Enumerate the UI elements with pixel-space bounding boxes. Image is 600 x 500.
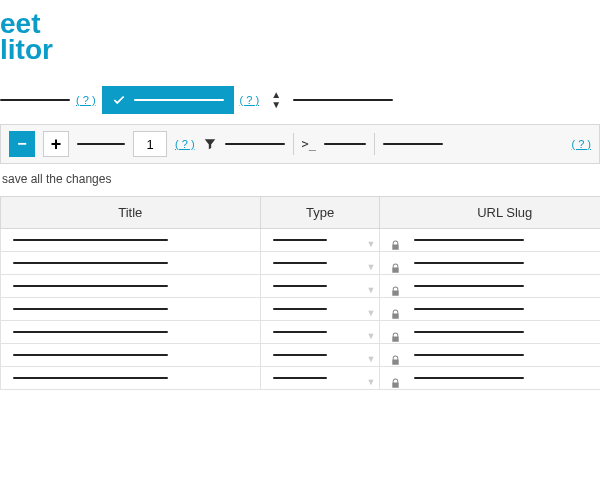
lock-icon [390,378,401,389]
col-header-type[interactable]: Type [260,197,380,229]
type-cell[interactable]: ▼ [260,252,380,275]
toolbar: − + ( ? ) >_ ( ? ) [0,124,600,164]
chevron-down-icon: ▼ [367,354,376,364]
chevron-down-icon: ▼ [367,262,376,272]
slug-cell[interactable] [380,252,600,275]
slug-cell[interactable] [380,275,600,298]
chevron-down-icon: ▼ [367,331,376,341]
table-row[interactable]: ▼ [1,367,601,390]
chevron-down-icon: ▼ [367,308,376,318]
terminal-prefix: >_ [302,137,316,151]
title-cell[interactable] [1,367,261,390]
title-cell[interactable] [1,275,261,298]
hint-text: save all the changes [0,164,600,196]
lock-icon [390,263,401,274]
table-row[interactable]: ▼ [1,321,601,344]
lock-icon [390,286,401,297]
apply-filter-button[interactable] [102,86,234,114]
help-link-3[interactable]: ( ? ) [175,138,195,150]
title-cell[interactable] [1,344,261,367]
table-row[interactable]: ▼ [1,252,601,275]
check-icon [112,93,126,107]
col-header-slug[interactable]: URL Slug [380,197,600,229]
title-cell[interactable] [1,229,261,252]
chevron-down-icon: ▼ [367,377,376,387]
logo-line2: litor [0,34,600,66]
table-row[interactable]: ▼ [1,298,601,321]
filter-label-1 [0,99,70,101]
help-link-1[interactable]: ( ? ) [76,94,96,106]
help-link-4[interactable]: ( ? ) [571,138,591,150]
separator-2 [374,133,375,155]
chevron-down-icon: ▼ [367,285,376,295]
lock-icon [390,309,401,320]
table-row[interactable]: ▼ [1,229,601,252]
filter-row: ( ? ) ( ? ) ▲▼ [0,84,600,124]
separator-1 [293,133,294,155]
slug-cell[interactable] [380,298,600,321]
minus-button[interactable]: − [9,131,35,157]
type-cell[interactable]: ▼ [260,321,380,344]
type-cell[interactable]: ▼ [260,298,380,321]
slug-cell[interactable] [380,229,600,252]
title-cell[interactable] [1,252,261,275]
title-cell[interactable] [1,321,261,344]
page-input[interactable] [133,131,167,157]
slug-cell[interactable] [380,321,600,344]
table-row[interactable]: ▼ [1,344,601,367]
funnel-icon[interactable] [203,137,217,151]
sort-icon: ▲▼ [271,90,281,110]
toolbar-label-1 [77,143,125,145]
toolbar-label-4 [383,143,443,145]
type-cell[interactable]: ▼ [260,344,380,367]
filter-select[interactable]: ▲▼ [265,87,287,113]
chevron-down-icon: ▼ [367,239,376,249]
filter-label-2 [293,99,393,101]
help-link-2[interactable]: ( ? ) [240,94,260,106]
col-header-title[interactable]: Title [1,197,261,229]
toolbar-label-2 [225,143,285,145]
type-cell[interactable]: ▼ [260,275,380,298]
type-cell[interactable]: ▼ [260,229,380,252]
plus-button[interactable]: + [43,131,69,157]
type-cell[interactable]: ▼ [260,367,380,390]
lock-icon [390,332,401,343]
logo: eet litor [0,0,600,84]
title-cell[interactable] [1,298,261,321]
slug-cell[interactable] [380,344,600,367]
table-row[interactable]: ▼ [1,275,601,298]
filter-btn-label [134,99,224,101]
toolbar-label-3 [324,143,366,145]
data-table: Title Type URL Slug ▼▼▼▼▼▼▼ [0,196,600,390]
slug-cell[interactable] [380,367,600,390]
lock-icon [390,355,401,366]
lock-icon [390,240,401,251]
